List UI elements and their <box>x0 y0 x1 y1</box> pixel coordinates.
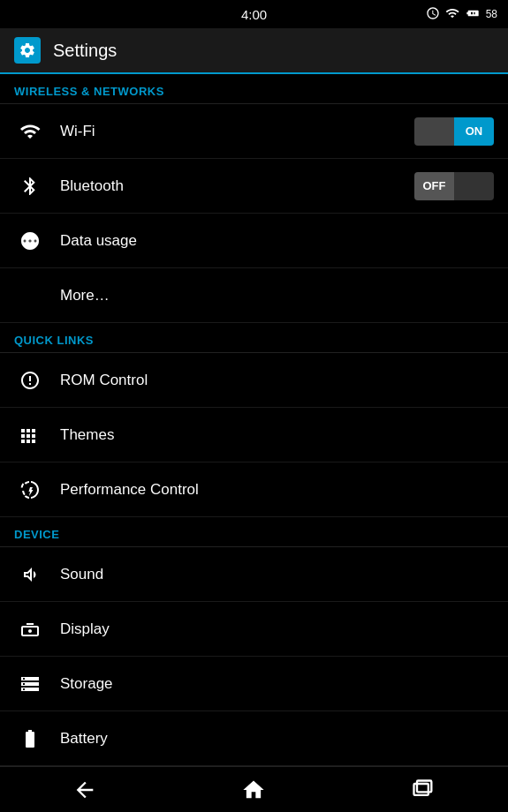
status-icons: 58 <box>426 6 497 23</box>
rom-control-icon <box>14 365 46 396</box>
settings-app-icon <box>14 37 41 64</box>
settings-item-bluetooth[interactable]: Bluetooth OFF <box>0 159 508 214</box>
battery-status-icon <box>465 6 481 23</box>
storage-icon <box>14 668 46 700</box>
bluetooth-label: Bluetooth <box>60 177 414 195</box>
wifi-toggle-off-label <box>414 117 454 146</box>
more-label: More… <box>60 287 494 304</box>
sound-label: Sound <box>60 566 494 583</box>
battery-icon <box>14 723 46 755</box>
bluetooth-toggle-on-label <box>454 172 494 200</box>
back-button[interactable] <box>58 772 111 808</box>
settings-item-themes[interactable]: Themes <box>0 408 508 462</box>
battery-label: Battery <box>60 730 494 748</box>
settings-item-display[interactable]: Display <box>0 602 508 657</box>
status-bar: 4:00 58 <box>0 0 508 28</box>
section-header-quick-links: QUICK LINKS <box>0 323 508 353</box>
bluetooth-icon <box>14 170 46 202</box>
section-header-device: DEVICE <box>0 517 508 547</box>
rom-control-label: ROM Control <box>60 372 494 389</box>
performance-control-label: Performance Control <box>60 481 494 499</box>
svg-marker-0 <box>244 780 264 798</box>
home-button[interactable] <box>227 772 280 808</box>
settings-item-storage[interactable]: Storage <box>0 657 508 711</box>
storage-label: Storage <box>60 675 494 693</box>
section-header-wireless: WIRELESS & NETWORKS <box>0 74 508 104</box>
sound-icon <box>14 559 46 590</box>
recents-button[interactable] <box>397 772 450 808</box>
alarm-icon <box>426 6 440 23</box>
settings-item-wifi[interactable]: Wi-Fi ON <box>0 104 508 159</box>
more-placeholder-icon <box>14 280 46 312</box>
performance-icon <box>14 474 46 506</box>
title-bar: Settings <box>0 28 508 74</box>
display-icon <box>14 613 46 645</box>
data-usage-icon <box>14 225 46 257</box>
bottom-nav <box>0 766 508 812</box>
bluetooth-toggle-off-label: OFF <box>414 172 454 200</box>
page-title: Settings <box>53 41 117 61</box>
display-label: Display <box>60 620 494 638</box>
settings-item-performance[interactable]: Performance Control <box>0 462 508 517</box>
settings-item-more[interactable]: More… <box>0 268 508 323</box>
settings-content: WIRELESS & NETWORKS Wi-Fi ON Bluetooth O… <box>0 74 508 766</box>
wifi-icon <box>14 116 46 147</box>
wifi-label: Wi-Fi <box>60 123 414 140</box>
wifi-toggle-on-label: ON <box>454 117 494 146</box>
data-usage-label: Data usage <box>60 232 494 250</box>
settings-item-rom-control[interactable]: ROM Control <box>0 353 508 408</box>
bluetooth-toggle[interactable]: OFF <box>414 172 494 200</box>
settings-item-sound[interactable]: Sound <box>0 547 508 602</box>
battery-percent: 58 <box>486 8 497 20</box>
themes-icon <box>14 419 46 451</box>
settings-item-data-usage[interactable]: Data usage <box>0 214 508 268</box>
wifi-status-icon <box>445 6 459 23</box>
status-time: 4:00 <box>241 7 267 22</box>
settings-item-battery[interactable]: Battery <box>0 711 508 766</box>
wifi-toggle[interactable]: ON <box>414 117 494 146</box>
themes-label: Themes <box>60 426 494 444</box>
